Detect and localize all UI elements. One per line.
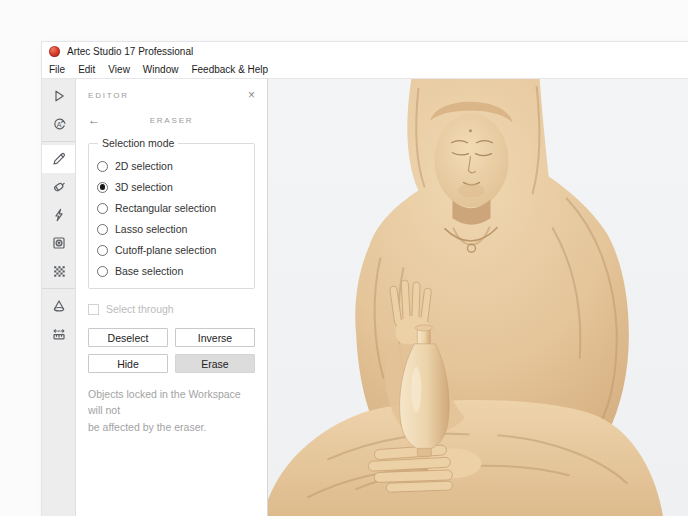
back-arrow-icon[interactable]: ← [88,114,100,126]
inverse-button[interactable]: Inverse [175,328,255,347]
close-icon[interactable]: × [248,89,255,101]
autopilot-icon: A [51,116,67,132]
toolbar-tab-fast-fusion[interactable] [42,201,75,229]
note-line-1: Objects locked in the Workspace will not [88,386,255,419]
pencil-icon [51,151,67,167]
menu-item-window[interactable]: Window [143,64,179,75]
left-toolbar: A [42,79,76,516]
toolbar-tab-scan[interactable] [42,82,75,110]
select-through-label: Select through [106,303,174,315]
content-area: A [42,79,688,516]
radio-label: 3D selection [115,181,173,193]
hide-button[interactable]: Hide [88,354,168,373]
menu-item-view[interactable]: View [108,64,130,75]
checkerboard-icon [51,263,67,279]
lightning-icon [51,207,67,223]
toolbar-tab-texture[interactable] [42,257,75,285]
menu-item-feedback-help[interactable]: Feedback & Help [191,64,268,75]
radio-label: Rectangular selection [115,202,216,214]
selection-mode-legend: Selection mode [98,137,178,149]
select-through-checkbox: Select through [88,303,255,315]
viewport-3d[interactable] [268,79,688,516]
radio-circle-icon [97,203,108,214]
radio-option-cutoff-plane-selection[interactable]: Cutoff-plane selection [97,244,246,256]
toolbar-tab-editor[interactable] [42,145,75,173]
selection-mode-group: Selection mode 2D selection3D selectionR… [88,137,255,289]
toolbar-tab-measure[interactable] [42,320,75,348]
toolbar-tab-construct[interactable] [42,292,75,320]
checkbox-icon [88,304,99,315]
menu-bar: FileEditViewWindowFeedback & Help [42,61,688,79]
editor-panel-header: EDITOR × [88,88,255,102]
tool-header-row: ← ERASER [88,113,255,127]
window-title: Artec Studio 17 Professional [67,46,193,57]
radio-option-2d-selection[interactable]: 2D selection [97,160,246,172]
radio-circle-icon [97,161,108,172]
radio-option-rectangular-selection[interactable]: Rectangular selection [97,202,246,214]
roller-icon [51,179,67,195]
artec-logo-icon [49,46,60,57]
menu-item-file[interactable]: File [49,64,65,75]
action-buttons: Deselect Inverse Hide Erase [88,328,255,373]
radio-option-3d-selection[interactable]: 3D selection [97,181,246,193]
play-icon [51,88,67,104]
selection-mode-options: 2D selection3D selectionRectangular sele… [97,160,246,277]
viewfinder-icon [51,235,67,251]
toolbar-divider [42,141,75,142]
toolbar-tab-autopilot[interactable]: A [42,110,75,138]
app-window: Artec Studio 17 Professional FileEditVie… [42,42,688,516]
radio-circle-icon [97,266,108,277]
note-line-2: be affected by the eraser. [88,419,255,435]
tool-title: ERASER [88,116,255,125]
toolbar-divider [42,288,75,289]
radio-label: Cutoff-plane selection [115,244,216,256]
screenshot-stage: Artec Studio 17 Professional FileEditVie… [0,0,688,516]
ruler-icon [51,326,67,342]
editor-panel: EDITOR × ← ERASER Selection mode 2D sele… [76,79,268,516]
radio-label: Base selection [115,265,183,277]
statue-model [268,79,688,516]
radio-circle-icon [97,224,108,235]
radio-label: 2D selection [115,160,173,172]
panel-title: EDITOR [88,91,129,100]
cone-icon [51,298,67,314]
toolbar-tab-align[interactable] [42,173,75,201]
radio-option-lasso-selection[interactable]: Lasso selection [97,223,246,235]
svg-text:A: A [56,121,61,128]
toolbar-tab-texture-target[interactable] [42,229,75,257]
erase-button[interactable]: Erase [175,354,255,373]
title-bar: Artec Studio 17 Professional [42,42,688,61]
deselect-button[interactable]: Deselect [88,328,168,347]
menu-item-edit[interactable]: Edit [78,64,95,75]
radio-circle-icon [97,182,108,193]
radio-label: Lasso selection [115,223,187,235]
radio-circle-icon [97,245,108,256]
radio-option-base-selection[interactable]: Base selection [97,265,246,277]
eraser-note: Objects locked in the Workspace will not… [88,386,255,435]
